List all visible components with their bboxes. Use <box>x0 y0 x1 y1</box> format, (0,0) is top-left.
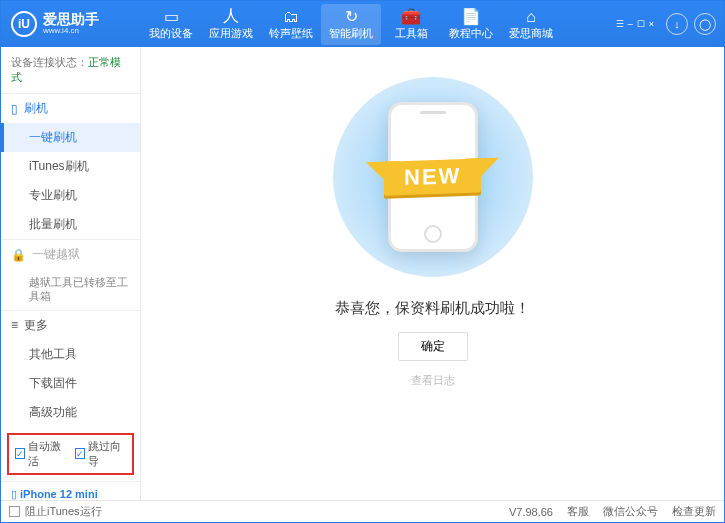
section-jailbreak[interactable]: 🔒 一键越狱 <box>1 240 140 269</box>
nav-label: 教程中心 <box>441 26 501 41</box>
sidebar-item-download-firmware[interactable]: 下载固件 <box>1 369 140 398</box>
logo-icon: iU <box>11 11 37 37</box>
close-icon[interactable]: × <box>649 19 654 29</box>
download-button[interactable]: ↓ <box>666 13 688 35</box>
check-icon: ✓ <box>75 448 85 459</box>
checkbox-label: 跳过向导 <box>88 439 127 469</box>
maximize-icon[interactable]: ☐ <box>637 19 645 29</box>
apps-icon: 人 <box>201 8 261 26</box>
user-button[interactable]: ◯ <box>694 13 716 35</box>
section-title: 刷机 <box>24 100 48 117</box>
section-title: 更多 <box>24 317 48 334</box>
settings-icon[interactable]: ☰ <box>616 19 624 29</box>
device-panel[interactable]: ▯ iPhone 12 mini 64GB Down-12mini-13,1 <box>1 481 140 500</box>
sidebar-item-itunes-flash[interactable]: iTunes刷机 <box>1 152 140 181</box>
nav-my-device[interactable]: ▭我的设备 <box>141 4 201 45</box>
main-content: NEW 恭喜您，保资料刷机成功啦！ 确定 查看日志 <box>141 47 724 500</box>
sidebar-item-pro-flash[interactable]: 专业刷机 <box>1 181 140 210</box>
new-ribbon: NEW <box>384 158 481 195</box>
jailbreak-note: 越狱工具已转移至工具箱 <box>1 269 140 310</box>
nav-label: 智能刷机 <box>321 26 381 41</box>
success-illustration: NEW <box>303 77 563 277</box>
options-highlight: ✓ 自动激活 ✓ 跳过向导 <box>7 433 134 475</box>
media-icon: 🗂 <box>261 8 321 26</box>
lock-icon: 🔒 <box>11 248 26 262</box>
sidebar-item-advanced[interactable]: 高级功能 <box>1 398 140 427</box>
sidebar-item-oneclick-flash[interactable]: 一键刷机 <box>1 123 140 152</box>
nav-label: 我的设备 <box>141 26 201 41</box>
check-icon: ✓ <box>15 448 25 459</box>
block-itunes-label: 阻止iTunes运行 <box>25 504 102 519</box>
checkbox-auto-activate[interactable]: ✓ 自动激活 <box>15 439 67 469</box>
ok-button[interactable]: 确定 <box>398 332 468 361</box>
flash-section-icon: ▯ <box>11 102 18 116</box>
nav-apps-games[interactable]: 人应用游戏 <box>201 4 261 45</box>
nav-label: 应用游戏 <box>201 26 261 41</box>
phone-icon: ▯ <box>11 488 17 500</box>
connection-label: 设备连接状态： <box>11 56 88 68</box>
nav-ringtones-wallpapers[interactable]: 🗂铃声壁纸 <box>261 4 321 45</box>
nav-smart-flash[interactable]: ↻智能刷机 <box>321 4 381 45</box>
statusbar: 阻止iTunes运行 V7.98.66 客服 微信公众号 检查更新 <box>1 500 724 522</box>
flash-icon: ↻ <box>321 8 381 26</box>
toolbox-icon: 🧰 <box>381 8 441 26</box>
link-check-update[interactable]: 检查更新 <box>672 504 716 519</box>
nav-label: 爱思商城 <box>501 26 561 41</box>
titlebar: iU 爱思助手 www.i4.cn ▭我的设备 人应用游戏 🗂铃声壁纸 ↻智能刷… <box>1 1 724 47</box>
store-icon: ⌂ <box>501 8 561 26</box>
more-icon: ≡ <box>11 318 18 332</box>
success-message: 恭喜您，保资料刷机成功啦！ <box>335 299 530 318</box>
section-more[interactable]: ≡ 更多 <box>1 311 140 340</box>
checkbox-block-itunes[interactable] <box>9 506 20 517</box>
device-name: iPhone 12 mini <box>20 488 98 500</box>
nav-label: 工具箱 <box>381 26 441 41</box>
view-log-link[interactable]: 查看日志 <box>411 373 455 388</box>
sidebar-item-other-tools[interactable]: 其他工具 <box>1 340 140 369</box>
nav-tutorials[interactable]: 📄教程中心 <box>441 4 501 45</box>
checkbox-label: 自动激活 <box>28 439 67 469</box>
link-wechat[interactable]: 微信公众号 <box>603 504 658 519</box>
nav-store[interactable]: ⌂爱思商城 <box>501 4 561 45</box>
app-subtitle: www.i4.cn <box>43 27 99 36</box>
device-icon: ▭ <box>141 8 201 26</box>
connection-status: 设备连接状态：正常模式 <box>1 47 140 93</box>
minimize-icon[interactable]: – <box>628 19 633 29</box>
window-controls: ☰ – ☐ × ↓ ◯ <box>608 13 724 35</box>
sidebar-item-batch-flash[interactable]: 批量刷机 <box>1 210 140 239</box>
version-text: V7.98.66 <box>509 506 553 518</box>
section-flash[interactable]: ▯ 刷机 <box>1 94 140 123</box>
link-support[interactable]: 客服 <box>567 504 589 519</box>
top-nav: ▭我的设备 人应用游戏 🗂铃声壁纸 ↻智能刷机 🧰工具箱 📄教程中心 ⌂爱思商城 <box>141 4 608 45</box>
nav-toolbox[interactable]: 🧰工具箱 <box>381 4 441 45</box>
app-title: 爱思助手 <box>43 12 99 27</box>
sidebar: 设备连接状态：正常模式 ▯ 刷机 一键刷机 iTunes刷机 专业刷机 批量刷机… <box>1 47 141 500</box>
app-logo: iU 爱思助手 www.i4.cn <box>1 11 141 37</box>
nav-label: 铃声壁纸 <box>261 26 321 41</box>
checkbox-skip-guide[interactable]: ✓ 跳过向导 <box>75 439 127 469</box>
section-title: 一键越狱 <box>32 246 80 263</box>
tutorial-icon: 📄 <box>441 8 501 26</box>
